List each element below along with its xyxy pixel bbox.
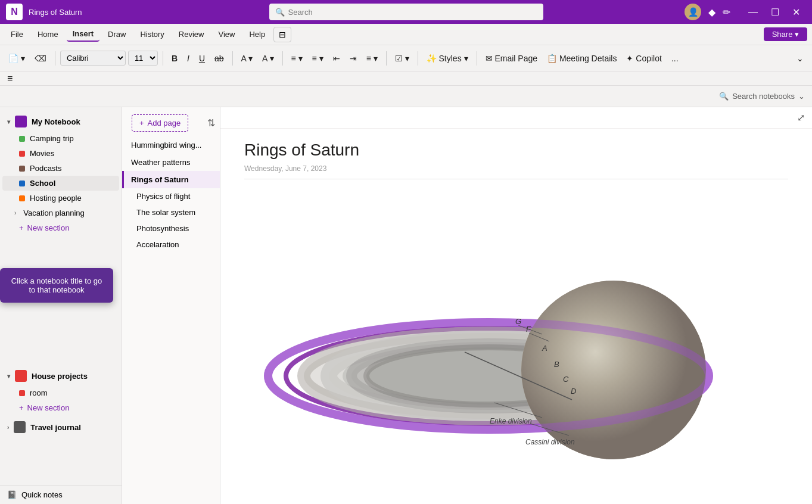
page-physics[interactable]: Physics of flight	[122, 188, 220, 204]
plus-icon: +	[19, 223, 24, 232]
side-panel-button[interactable]: ⊟	[273, 27, 291, 42]
menu-help[interactable]: Help	[243, 27, 271, 41]
menu-insert[interactable]: Insert	[67, 27, 99, 42]
section-label-camping: Camping trip	[30, 134, 74, 143]
indent-more-button[interactable]: ⇥	[346, 51, 360, 66]
maximize-button[interactable]: ☐	[765, 2, 785, 21]
font-color-button[interactable]: A ▾	[259, 51, 277, 66]
page-date: Wednesday, June 7, 2023	[244, 164, 788, 179]
search-notebooks[interactable]: 🔍 Search notebooks ⌄	[719, 92, 805, 101]
copilot-button[interactable]: ✦ Copilot	[623, 51, 665, 66]
section-label-podcasts: Podcasts	[30, 164, 61, 173]
page-photosynthesis[interactable]: Photosynthesis	[122, 220, 220, 237]
saturn-illustration: G F A B C D Enke division	[244, 191, 721, 477]
font-size-selector[interactable]: 11	[128, 51, 158, 66]
window-title: Rings of Saturn	[29, 8, 82, 17]
new-page-button[interactable]: 📄 ▾	[5, 51, 29, 66]
hamburger-button[interactable]: ≡	[5, 73, 15, 84]
section-label-school: School	[30, 179, 55, 188]
sort-button[interactable]: ⇅	[207, 117, 215, 129]
italic-button[interactable]: I	[183, 51, 193, 66]
task-button[interactable]: ☑ ▾	[391, 51, 413, 66]
new-section-my-notebook[interactable]: + New section	[2, 220, 119, 235]
menu-review[interactable]: Review	[173, 27, 210, 41]
content-area: ⤢ Rings of Saturn Wednesday, June 7, 202…	[220, 107, 812, 504]
content-body: Rings of Saturn Wednesday, June 7, 2023	[220, 129, 812, 489]
toolbar-divider-1	[55, 51, 55, 66]
section-dot-camping	[19, 136, 25, 142]
notebook-title-travel: Travel journal	[30, 423, 81, 432]
minimize-button[interactable]: —	[742, 2, 764, 21]
eraser-button[interactable]: ⌫	[31, 51, 50, 66]
email-page-button[interactable]: ✉ Email Page	[482, 51, 541, 66]
styles-button[interactable]: ✨ Styles ▾	[423, 51, 472, 66]
chevron-down-icon: ⌄	[798, 92, 805, 101]
meeting-details-button[interactable]: 📋 Meeting Details	[543, 51, 620, 66]
expand-button[interactable]: ⤢	[797, 112, 805, 123]
section-hosting[interactable]: Hosting people	[2, 191, 119, 206]
highlight-button[interactable]: A ▾	[238, 51, 256, 66]
search-bar[interactable]: 🔍	[269, 4, 543, 20]
numbering-button[interactable]: ≡ ▾	[309, 51, 327, 66]
page-weather[interactable]: Weather patterns	[122, 154, 220, 171]
indent-less-button[interactable]: ⇤	[329, 51, 344, 66]
notebook-header-house[interactable]: ▾ House projects	[2, 366, 119, 385]
notebook-icon-travel	[14, 421, 26, 433]
quick-notes-label: Quick notes	[21, 490, 63, 499]
section-label-vacation: Vacation planning	[23, 209, 84, 217]
chevron-icon-travel: ›	[7, 424, 9, 431]
more-button[interactable]: ...	[668, 51, 682, 66]
bold-button[interactable]: B	[168, 51, 181, 66]
notebook-header-my-notebook[interactable]: ▾ My Notebook	[2, 112, 119, 131]
section-movies[interactable]: Movies	[2, 146, 119, 161]
menu-draw[interactable]: Draw	[102, 27, 132, 41]
svg-text:G: G	[515, 317, 521, 326]
avatar[interactable]: 👤	[685, 4, 701, 20]
page-solar[interactable]: The solar system	[122, 204, 220, 220]
tooltip-popup: Click a notebook title to go to that not…	[0, 268, 113, 303]
section-label-room: room	[30, 388, 48, 397]
menu-view[interactable]: View	[212, 27, 241, 41]
section-vacation[interactable]: › Vacation planning	[2, 206, 119, 220]
section-camping[interactable]: Camping trip	[2, 131, 119, 146]
align-button[interactable]: ≡ ▾	[363, 51, 381, 66]
titlebar: N Rings of Saturn 🔍 👤 ◆ ✏ — ☐ ✕	[0, 0, 812, 24]
search-input[interactable]	[288, 8, 537, 17]
strikethrough-button[interactable]: ab	[211, 51, 228, 66]
page-rings-saturn[interactable]: Rings of Saturn	[122, 171, 220, 188]
main-layout: ▾ My Notebook Camping trip Movies Podcas…	[0, 107, 812, 504]
collapse-ribbon-button[interactable]: ⌄	[793, 51, 807, 66]
pen-icon[interactable]: ✏	[723, 7, 730, 18]
section-school[interactable]: School	[2, 176, 119, 191]
menu-file[interactable]: File	[5, 27, 29, 41]
gem-icon[interactable]: ◆	[708, 7, 715, 18]
new-section-house[interactable]: + New section	[2, 400, 119, 415]
notebook-title-house: House projects	[32, 372, 88, 381]
section-podcasts[interactable]: Podcasts	[2, 161, 119, 176]
toolbar-divider-4	[282, 51, 283, 66]
quick-notes[interactable]: 📓 Quick notes	[0, 485, 122, 504]
svg-text:D: D	[571, 387, 576, 396]
close-button[interactable]: ✕	[786, 2, 806, 21]
chevron-icon: ▾	[7, 119, 10, 125]
notebook-header-travel[interactable]: › Travel journal	[2, 418, 119, 437]
section-dot-school	[19, 181, 25, 186]
bullets-button[interactable]: ≡ ▾	[288, 51, 306, 66]
sidebar: ▾ My Notebook Camping trip Movies Podcas…	[0, 107, 122, 504]
share-button[interactable]: Share ▾	[764, 27, 807, 41]
notebook-house-projects: ▾ House projects room + New section	[0, 366, 122, 415]
menu-history[interactable]: History	[134, 27, 170, 41]
ribbon-collapse: ≡	[0, 71, 812, 86]
section-room[interactable]: room	[2, 385, 119, 400]
menu-home[interactable]: Home	[32, 27, 64, 41]
svg-text:A: A	[542, 344, 547, 353]
quick-notes-icon: 📓	[7, 490, 17, 499]
page-acceleration[interactable]: Accelaration	[122, 237, 220, 253]
section-dot-podcasts	[19, 166, 25, 172]
section-dot-room	[19, 390, 25, 396]
page-hummingbird[interactable]: Hummingbird wing...	[122, 136, 220, 154]
add-page-button[interactable]: + Add page	[132, 114, 188, 132]
font-selector[interactable]: Calibri	[60, 51, 126, 66]
page-title: Rings of Saturn	[244, 141, 788, 160]
underline-button[interactable]: U	[195, 51, 209, 66]
